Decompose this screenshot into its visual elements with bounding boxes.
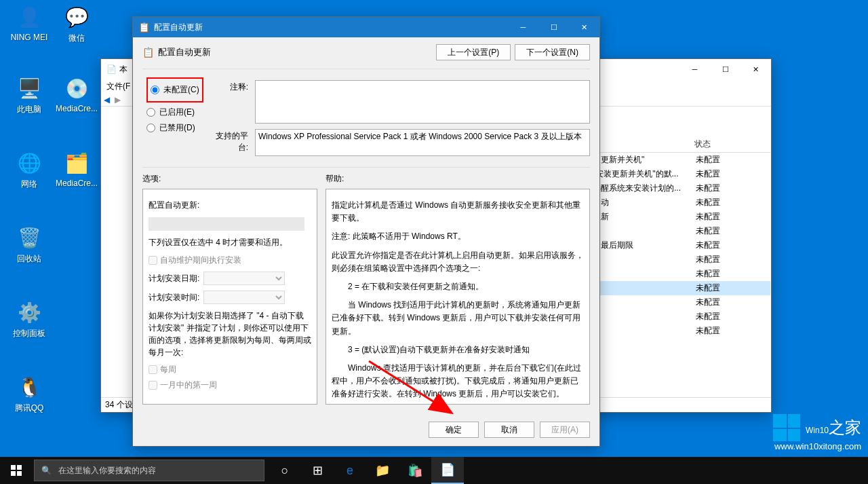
help-p4: 2 = 在下载和安装任何更新之前通知。	[332, 280, 584, 293]
first-week-label: 一月中的第一周	[160, 379, 217, 391]
policy-row[interactable]: 更新未配置	[593, 210, 770, 224]
help-panel[interactable]: 指定此计算机是否通过 Windows 自动更新服务接收安全更新和其他重要下载。 …	[326, 189, 590, 405]
policy-state: 未配置	[696, 168, 770, 180]
policy-column-header[interactable]: 状态	[593, 136, 770, 153]
watermark: Win10之家 www.win10xitong.com	[773, 413, 861, 451]
app-icon: 🗑️	[16, 224, 43, 251]
desktop-icon[interactable]: 🗑️回收站	[7, 224, 52, 265]
apply-button[interactable]: 应用(A)	[540, 422, 590, 438]
policy-row[interactable]: 装更新并关机"未配置	[593, 153, 770, 167]
policy-state: 未配置	[696, 325, 770, 337]
opt-weekly: 每周	[149, 364, 311, 375]
desktop-icon[interactable]: 💿MediaCre...	[54, 75, 99, 113]
statusbar-text: 34 个设	[105, 399, 133, 411]
policy-name	[593, 225, 696, 237]
windows-logo-icon	[773, 414, 800, 441]
svg-rect-5	[17, 471, 22, 476]
policy-row[interactable]: 未配置	[593, 224, 770, 238]
maximize-button[interactable]: ☐	[710, 59, 741, 79]
options-panel[interactable]: 配置自动更新: 下列设置仅在选中 4 时才需要和适用。 自动维护期间执行安装 计…	[142, 189, 317, 405]
svg-rect-2	[11, 465, 16, 470]
auto-maint-checkbox	[149, 256, 157, 265]
store-icon[interactable]: 🛍️	[399, 457, 431, 484]
policy-row[interactable]: 未配置	[593, 253, 770, 267]
maximize-button[interactable]: ☐	[538, 17, 569, 37]
help-p1: 指定此计算机是否通过 Windows 自动更新服务接收安全更新和其他重要下载。	[332, 199, 584, 225]
opt-title: 配置自动更新:	[149, 199, 311, 212]
schedule-note: 如果你为计划安装日期选择了 "4 - 自动下载计划安装" 并指定了计划，则你还可…	[149, 310, 311, 358]
radio-disabled-input[interactable]	[146, 124, 155, 132]
policy-icon: 📋	[142, 47, 154, 58]
dialog-titlebar[interactable]: 📋 配置自动更新 ─ ☐ ✕	[133, 17, 599, 37]
app-icon: 🌐	[16, 149, 43, 176]
options-label: 选项:	[142, 173, 326, 185]
desktop-icon[interactable]: 💬微信	[54, 3, 99, 44]
policy-row[interactable]: 唤醒系统来安装计划的...未配置	[593, 181, 770, 196]
desktop-icon[interactable]: 👤NING MEI	[7, 3, 52, 42]
radio-enabled[interactable]: 已启用(E)	[146, 107, 214, 118]
back-icon[interactable]: ◀	[104, 95, 110, 105]
policy-state: 未配置	[696, 282, 770, 294]
policy-name: "安装更新并关机"的默...	[593, 168, 696, 180]
close-button[interactable]: ✕	[569, 17, 599, 37]
minimize-button[interactable]: ─	[679, 59, 710, 79]
radio-unconfigured[interactable]: 未配置(C)	[151, 84, 199, 96]
radio-enabled-input[interactable]	[146, 108, 155, 117]
policy-name	[593, 325, 696, 337]
task-view-icon[interactable]: ⊞	[301, 457, 334, 484]
app-icon: 🐧	[16, 373, 43, 401]
start-button[interactable]	[0, 457, 33, 484]
comment-label: 注释:	[214, 80, 255, 124]
policy-row[interactable]: 启动未配置	[593, 196, 770, 210]
config-auto-update-dialog: 📋 配置自动更新 ─ ☐ ✕ 📋 配置自动更新 上一个设置(P) 下一个设置(N…	[132, 16, 600, 447]
notepad-task-icon[interactable]: 📄	[431, 457, 464, 484]
policy-name	[593, 311, 696, 322]
ok-button[interactable]: 确定	[429, 422, 479, 438]
forward-icon[interactable]: ▶	[115, 95, 121, 105]
radio-disabled[interactable]: 已禁用(D)	[146, 122, 214, 134]
opt-note: 下列设置仅在选中 4 时才需要和适用。	[149, 236, 311, 249]
policy-name: 启动	[593, 197, 696, 208]
explorer-icon[interactable]: 📁	[366, 457, 399, 484]
radio-unconfigured-input[interactable]	[151, 86, 159, 94]
comment-textarea[interactable]	[255, 80, 590, 124]
policy-row[interactable]: 未配置	[593, 281, 770, 295]
platform-label: 支持的平台:	[214, 129, 255, 156]
help-label: 帮助:	[326, 173, 590, 185]
close-button[interactable]: ✕	[741, 59, 771, 79]
svg-rect-3	[17, 465, 22, 470]
minimize-button[interactable]: ─	[508, 17, 538, 37]
weekly-label: 每周	[160, 364, 176, 375]
icon-label: 回收站	[7, 253, 52, 265]
desktop-icon[interactable]: 🗂️MediaCre...	[54, 149, 99, 188]
icon-label: 网络	[7, 179, 52, 190]
watermark-url: www.win10xitong.com	[773, 441, 861, 451]
edge-icon[interactable]: e	[334, 457, 366, 484]
policy-state: 未配置	[696, 183, 770, 194]
desktop-icon[interactable]: 🖥️此电脑	[7, 75, 52, 115]
cancel-button[interactable]: 取消	[484, 422, 534, 438]
policy-state: 未配置	[696, 254, 770, 265]
platform-box: Windows XP Professional Service Pack 1 或…	[255, 129, 590, 156]
policy-row[interactable]: 未配置	[593, 295, 770, 310]
policy-name	[593, 282, 696, 294]
policy-state: 未配置	[696, 311, 770, 322]
help-p6: 3 = (默认设置)自动下载更新并在准备好安装时通知	[332, 343, 584, 356]
policy-row[interactable]: 未配置	[593, 324, 770, 338]
policy-row[interactable]: 未配置	[593, 267, 770, 281]
desktop-icon[interactable]: ⚙️控制面板	[7, 299, 52, 339]
previous-setting-button[interactable]: 上一个设置(P)	[436, 44, 511, 60]
policy-name	[593, 297, 696, 308]
schedule-day-label: 计划安装日期:	[149, 273, 199, 284]
policy-row[interactable]: "安装更新并关机"的默...未配置	[593, 167, 770, 181]
search-icon: 🔍	[35, 466, 58, 475]
policy-row[interactable]: 的最后期限未配置	[593, 238, 770, 253]
watermark-suffix: 之家	[829, 418, 861, 436]
policy-row[interactable]: 未配置	[593, 310, 770, 324]
document-icon: 📄	[106, 64, 117, 74]
cortana-icon[interactable]: ○	[269, 457, 301, 484]
desktop-icon[interactable]: 🐧腾讯QQ	[7, 373, 52, 414]
desktop-icon[interactable]: 🌐网络	[7, 149, 52, 190]
search-box[interactable]: 🔍 在这里输入你要搜索的内容	[34, 460, 264, 481]
next-setting-button[interactable]: 下一个设置(N)	[515, 44, 590, 60]
